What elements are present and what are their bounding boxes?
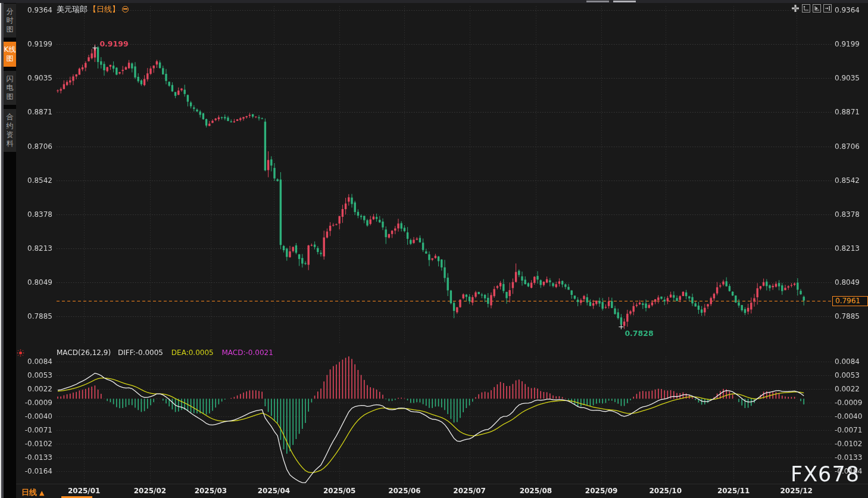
low-price-annotation: 0.7828 <box>625 329 653 338</box>
last-price-tag: 0.7961 <box>832 296 868 306</box>
trading-app-window: 分时图 K线图 闪电图 合约资料 美元瑞郎【日线】 0.93640.93640.… <box>0 0 868 498</box>
macd-tick-label: -0.0102 <box>17 440 52 448</box>
macd-tick-label: -0.0102 <box>835 440 868 448</box>
macd-tick-label: -0.0040 <box>835 412 868 421</box>
price-tick-label: 0.9199 <box>17 40 52 48</box>
price-tick-label: 0.8049 <box>17 278 52 287</box>
x-axis-month-label: 2025/11 <box>707 487 760 495</box>
sidebar-tab-contract-info[interactable]: 合约资料 <box>4 109 16 152</box>
sidebar-tabs: 分时图 K线图 闪电图 合约资料 <box>4 4 16 156</box>
price-tick-label: 0.8213 <box>17 244 52 253</box>
chart-title: 美元瑞郎【日线】 <box>57 5 129 14</box>
chart-toolbar <box>791 4 832 13</box>
x-axis-month-label: 2025/02 <box>123 487 177 495</box>
price-tick-label: 0.9364 <box>835 6 868 14</box>
price-tick-label: 0.7885 <box>835 312 868 320</box>
macd-tick-label: 0.0022 <box>835 385 868 393</box>
top-scrollbar-mark[interactable] <box>613 1 636 2</box>
chevron-up-icon: ▲ <box>39 489 44 497</box>
symbol-name: 美元瑞郎 <box>57 5 88 14</box>
price-tick-label: 0.8871 <box>835 108 868 116</box>
indicator-alert-icon[interactable] <box>19 351 22 354</box>
timeframe-label: 日线 <box>21 488 37 497</box>
price-tick-label: 0.8542 <box>17 176 52 185</box>
x-axis-month-label: 2025/12 <box>770 487 823 495</box>
x-axis-month-label: 2025/10 <box>639 487 692 495</box>
price-tick-label: 0.8542 <box>835 176 868 185</box>
axis-row-divider <box>16 484 868 484</box>
price-tick-label: 0.8871 <box>17 108 52 116</box>
macd-tick-label: -0.0071 <box>835 426 868 434</box>
x-axis-month-label: 2025/03 <box>184 487 238 495</box>
scroll-to-latest-icon[interactable] <box>823 4 832 13</box>
price-tick-label: 0.8378 <box>835 210 868 219</box>
price-tick-label: 0.8213 <box>835 244 868 253</box>
reset-y-axis-icon[interactable] <box>802 4 810 13</box>
price-tick-label: 0.7885 <box>17 312 52 320</box>
price-tick-label: 0.9364 <box>17 6 52 14</box>
timeframe-dropdown-button[interactable]: 日线▲ <box>21 487 44 498</box>
chart-type-sidebar: 分时图 K线图 闪电图 合约资料 <box>0 0 16 498</box>
x-axis-month-label: 2025/04 <box>247 487 301 495</box>
macd-legend: MACD(26,12,9) DIFF:-0.0005 DEA:0.0005 MA… <box>57 348 273 357</box>
macd-tick-label: -0.0009 <box>17 399 52 407</box>
collapse-circle-icon[interactable] <box>122 6 129 13</box>
crosshair-move-icon[interactable] <box>791 4 800 13</box>
macd-tick-label: -0.0133 <box>17 453 52 462</box>
macd-tick-label: 0.0053 <box>835 371 868 379</box>
price-tick-label: 0.8706 <box>17 142 52 151</box>
macd-tick-label: -0.0071 <box>17 426 52 434</box>
macd-tick-label: -0.0040 <box>17 412 52 421</box>
macd-tick-label: 0.0053 <box>17 371 52 379</box>
macd-diff-value: DIFF:-0.0005 <box>118 348 163 357</box>
macd-macd-value: MACD:-0.0021 <box>222 348 273 357</box>
x-axis-month-label: 2025/01 <box>57 487 111 495</box>
sidebar-tab-lightning-chart[interactable]: 闪电图 <box>4 71 16 105</box>
x-axis-month-label: 2025/05 <box>313 487 366 495</box>
price-tick-label: 0.8049 <box>835 278 868 287</box>
macd-tick-label: -0.0164 <box>835 467 868 475</box>
macd-name-label: MACD(26,12,9) <box>57 348 111 357</box>
macd-dea-value: DEA:0.0005 <box>171 348 214 357</box>
top-scrollbar-mark[interactable] <box>586 1 609 2</box>
macd-tick-label: -0.0164 <box>17 467 52 475</box>
x-axis-month-label: 2025/09 <box>574 487 628 495</box>
auto-scale-icon[interactable] <box>813 4 821 13</box>
macd-tick-label: -0.0133 <box>835 453 868 462</box>
x-axis-month-label: 2025/07 <box>443 487 497 495</box>
sidebar-tab-kline-chart[interactable]: K线图 <box>4 42 16 67</box>
x-axis-month-label: 2025/06 <box>377 487 431 495</box>
main-chart-canvas[interactable] <box>0 0 868 498</box>
macd-tick-label: 0.0084 <box>17 357 52 366</box>
price-tick-label: 0.9199 <box>835 40 868 48</box>
x-axis-month-label: 2025/08 <box>509 487 563 495</box>
macd-tick-label: 0.0084 <box>835 357 868 366</box>
macd-tick-label: 0.0022 <box>17 385 52 393</box>
sidebar-tab-time-chart[interactable]: 分时图 <box>4 4 16 38</box>
macd-tick-label: -0.0009 <box>835 399 868 407</box>
timeframe-tag: 【日线】 <box>89 5 120 14</box>
price-tick-label: 0.9035 <box>835 74 868 82</box>
price-tick-label: 0.8706 <box>835 142 868 151</box>
window-top-strip <box>0 0 868 3</box>
price-tick-label: 0.9035 <box>17 74 52 82</box>
high-price-annotation: 0.9199 <box>99 39 128 48</box>
price-tick-label: 0.8378 <box>17 210 52 219</box>
